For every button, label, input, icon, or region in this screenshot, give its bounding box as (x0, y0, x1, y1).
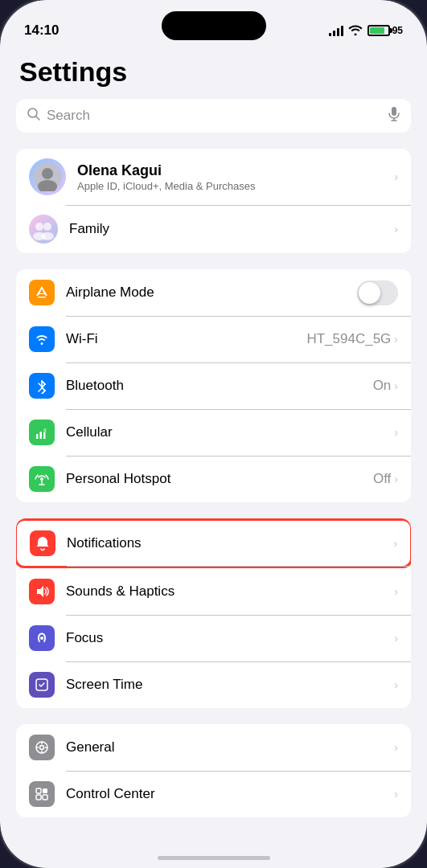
wifi-row-right: HT_594C_5G › (306, 331, 398, 347)
svg-rect-21 (40, 432, 43, 439)
hotspot-label: Personal Hotspot (66, 471, 373, 487)
wifi-info: Wi-Fi (66, 331, 306, 347)
notifications-icon (30, 530, 55, 556)
hotspot-row-right: Off › (373, 471, 398, 487)
svg-marker-28 (37, 586, 43, 597)
controlcenter-icon (29, 781, 55, 807)
sounds-chevron-icon: › (394, 585, 398, 598)
search-bar[interactable]: Search (16, 99, 411, 133)
focus-row[interactable]: Focus › (16, 615, 411, 661)
family-info: Family (69, 221, 394, 237)
bluetooth-label: Bluetooth (66, 378, 373, 394)
battery-indicator: 95 (367, 25, 403, 36)
general-label: General (66, 739, 394, 755)
cellular-row-right: › (394, 426, 398, 439)
controlcenter-row-right: › (394, 788, 398, 800)
wifi-value: HT_594C_5G (306, 331, 391, 347)
signal-icon (329, 25, 343, 36)
airplane-mode-info: Airplane Mode (66, 285, 357, 301)
svg-point-9 (43, 223, 51, 231)
cellular-label: Cellular (66, 424, 394, 440)
cellular-chevron-icon: › (394, 426, 398, 439)
settings-content: Settings Search (0, 48, 427, 868)
controlcenter-row[interactable]: Control Center › (16, 771, 411, 817)
profile-row[interactable]: Olena Kagui Apple ID, iCloud+, Media & P… (16, 149, 411, 205)
bluetooth-chevron-icon: › (394, 379, 398, 392)
dynamic-island (162, 11, 266, 40)
profile-chevron-icon: › (394, 170, 398, 183)
family-avatar (29, 215, 58, 244)
screentime-row[interactable]: Screen Time › (16, 661, 411, 708)
family-row[interactable]: Family › (16, 205, 411, 253)
search-input-placeholder: Search (47, 108, 382, 124)
sounds-label: Sounds & Haptics (66, 583, 394, 600)
controlcenter-label: Control Center (66, 786, 394, 802)
status-icons: 95 (329, 24, 403, 38)
hotspot-info: Personal Hotspot (66, 471, 373, 487)
screentime-row-right: › (394, 678, 398, 691)
airplane-mode-row[interactable]: Airplane Mode (16, 269, 411, 316)
focus-row-right: › (394, 632, 398, 645)
airplane-mode-label: Airplane Mode (66, 285, 357, 301)
page-title: Settings (19, 56, 411, 88)
screentime-label: Screen Time (66, 677, 394, 693)
search-icon (27, 108, 40, 124)
phone-screen: 14:10 (0, 0, 427, 868)
account-section: Olena Kagui Apple ID, iCloud+, Media & P… (16, 149, 411, 253)
cellular-info: Cellular (66, 424, 394, 440)
svg-point-29 (40, 637, 43, 640)
notifications-chevron-icon: › (393, 537, 397, 550)
sounds-info: Sounds & Haptics (66, 583, 394, 600)
bluetooth-row[interactable]: Bluetooth On › (16, 362, 411, 409)
wifi-icon-setting (29, 326, 55, 352)
general-row-right: › (394, 741, 398, 754)
controlcenter-chevron-icon: › (394, 788, 398, 800)
sounds-icon (29, 579, 55, 604)
notifications-row[interactable]: Notifications › (16, 518, 411, 568)
airplane-mode-icon (29, 280, 55, 305)
controlcenter-info: Control Center (66, 786, 394, 802)
mic-icon (388, 107, 400, 125)
svg-point-32 (40, 746, 44, 750)
hotspot-row[interactable]: Personal Hotspot Off › (16, 456, 411, 502)
sounds-row[interactable]: Sounds & Haptics › (16, 568, 411, 615)
cellular-row[interactable]: (( Cellular › (16, 409, 411, 456)
wifi-status-icon (348, 24, 363, 38)
phone-frame: 14:10 (0, 0, 427, 868)
profile-row-right: › (394, 170, 398, 183)
notifications-row-right: › (393, 537, 397, 550)
svg-rect-12 (38, 297, 46, 298)
notifications-section: Notifications › (16, 518, 411, 708)
airplane-mode-toggle[interactable] (357, 280, 398, 305)
bluetooth-row-right: On › (373, 378, 398, 394)
svg-rect-2 (392, 107, 396, 116)
focus-icon (29, 625, 55, 651)
svg-line-17 (42, 391, 45, 394)
family-label: Family (69, 221, 394, 237)
svg-line-19 (39, 388, 42, 391)
status-time: 14:10 (24, 23, 59, 39)
notifications-label: Notifications (67, 535, 393, 551)
screentime-info: Screen Time (66, 677, 394, 693)
wifi-row[interactable]: Wi-Fi HT_594C_5G › (16, 316, 411, 362)
connectivity-section: Airplane Mode (16, 269, 411, 502)
battery-percentage: 95 (392, 25, 403, 36)
focus-label: Focus (66, 630, 394, 646)
screentime-chevron-icon: › (394, 678, 398, 691)
cellular-icon: (( (29, 420, 55, 445)
general-row[interactable]: General › (16, 724, 411, 771)
user-avatar (29, 158, 66, 195)
family-row-right: › (394, 223, 398, 235)
svg-point-8 (35, 223, 43, 231)
svg-rect-38 (43, 788, 47, 793)
user-subtitle: Apple ID, iCloud+, Media & Purchases (77, 180, 394, 192)
general-info: General (66, 739, 394, 755)
wifi-chevron-icon: › (394, 333, 398, 346)
hotspot-chevron-icon: › (394, 473, 398, 485)
wifi-label: Wi-Fi (66, 331, 306, 347)
svg-line-1 (36, 117, 40, 121)
svg-point-11 (41, 232, 54, 240)
general-section: General › (16, 724, 411, 817)
svg-point-13 (41, 342, 43, 345)
family-chevron-icon: › (394, 223, 398, 235)
